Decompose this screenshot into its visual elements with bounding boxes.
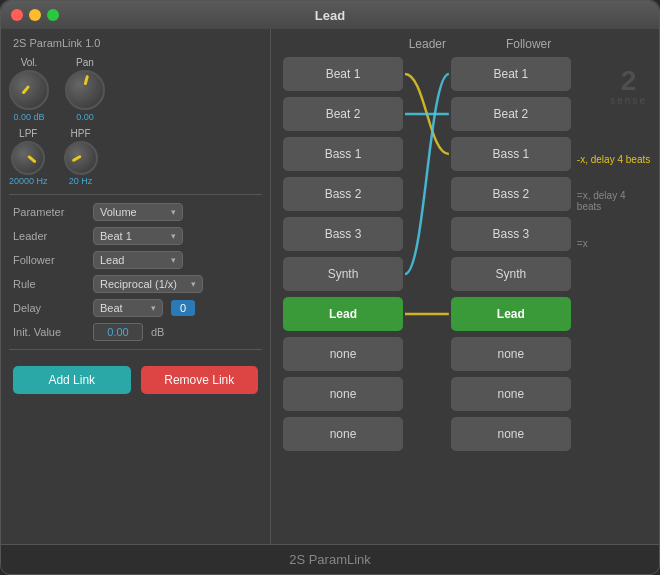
follower-channel-4[interactable]: Bass 3 [451,217,571,251]
parameter-dropdown[interactable]: Volume ▾ [93,203,183,221]
follower-column: Beat 1Beat 2Bass 1Bass 2Bass 3SynthLeadn… [451,57,571,536]
vol-knob[interactable] [9,70,49,110]
pan-knob-group: Pan 0.00 [65,57,105,122]
leader-column: Beat 1Beat 2Bass 1Bass 2Bass 3SynthLeadn… [283,57,403,536]
delay-type-arrow: ▾ [151,303,156,313]
columns-header: Leader Follower [279,37,651,51]
leader-label: Leader [13,230,85,242]
rule-text-1 [577,99,651,135]
param-parameter-row: Parameter Volume ▾ [13,203,258,221]
close-button[interactable] [11,9,23,21]
vol-label: Vol. [21,57,38,68]
hpf-knob-group: HPF 20 Hz [64,128,98,186]
hpf-value: 20 Hz [69,176,93,186]
leader-channel-0[interactable]: Beat 1 [283,57,403,91]
minimize-button[interactable] [29,9,41,21]
delay-label: Delay [13,302,85,314]
lpf-hpf-section: LPF 20000 Hz HPF 20 Hz [9,128,262,186]
lpf-knob[interactable] [11,141,45,175]
pan-value: 0.00 [76,112,94,122]
rule-text-3: =x, delay 4 beats [577,183,651,219]
plugin-header: 2S ParamLink 1.0 [9,37,262,49]
hpf-knob[interactable] [64,141,98,175]
leader-dropdown[interactable]: Beat 1 ▾ [93,227,183,245]
rule-text-6 [577,309,651,345]
leader-channel-5[interactable]: Synth [283,257,403,291]
leader-channel-6[interactable]: Lead [283,297,403,331]
follower-dropdown-arrow: ▾ [171,255,176,265]
leader-value: Beat 1 [100,230,132,242]
connection-area [403,57,451,536]
rule-dropdown[interactable]: Reciprocal (1/x) ▾ [93,275,203,293]
param-leader-row: Leader Beat 1 ▾ [13,227,258,245]
main-window: Lead 2S ParamLink 1.0 Vol. 0.00 dB Pan [0,0,660,575]
maximize-button[interactable] [47,9,59,21]
init-label: Init. Value [13,326,85,338]
parameter-value: Volume [100,206,137,218]
vol-value: 0.00 dB [13,112,44,122]
pan-knob[interactable] [65,70,105,110]
param-follower-row: Follower Lead ▾ [13,251,258,269]
rule-value: Reciprocal (1/x) [100,278,177,290]
follower-channel-5[interactable]: Synth [451,257,571,291]
remove-link-button[interactable]: Remove Link [141,366,259,394]
rule-text-2: -x, delay 4 beats [577,141,651,177]
leader-channel-8[interactable]: none [283,377,403,411]
leader-channel-3[interactable]: Bass 2 [283,177,403,211]
main-area: 2S ParamLink 1.0 Vol. 0.00 dB Pan 0.00 [1,29,659,544]
buttons-row: Add Link Remove Link [9,358,262,398]
hpf-label: HPF [71,128,91,139]
rule-text-5 [577,267,651,303]
rule-text-8 [577,393,651,429]
rule-label: Rule [13,278,85,290]
leader-channel-1[interactable]: Beat 2 [283,97,403,131]
delay-value[interactable]: 0 [171,300,195,316]
follower-channel-2[interactable]: Bass 1 [451,137,571,171]
delay-type-value: Beat [100,302,123,314]
window-title: Lead [315,8,345,23]
rule-text-0 [577,57,651,93]
leader-channel-9[interactable]: none [283,417,403,451]
leader-channel-4[interactable]: Bass 3 [283,217,403,251]
follower-dropdown[interactable]: Lead ▾ [93,251,183,269]
init-unit: dB [151,326,164,338]
follower-column-header: Follower [506,37,551,51]
parameter-label: Parameter [13,206,85,218]
rule-dropdown-arrow: ▾ [191,279,196,289]
follower-value: Lead [100,254,124,266]
pan-label: Pan [76,57,94,68]
rule-text-7 [577,351,651,387]
connection-svg [403,57,451,536]
follower-channel-7[interactable]: none [451,337,571,371]
routing-container: Beat 1Beat 2Bass 1Bass 2Bass 3SynthLeadn… [279,57,651,536]
footer: 2S ParamLink [1,544,659,574]
leader-channel-2[interactable]: Bass 1 [283,137,403,171]
param-rule-row: Rule Reciprocal (1/x) ▾ [13,275,258,293]
rule-text-9 [577,435,651,471]
follower-channel-9[interactable]: none [451,417,571,451]
spacer-mid [446,37,506,51]
leader-channel-7[interactable]: none [283,337,403,371]
footer-text: 2S ParamLink [289,552,371,567]
follower-channel-8[interactable]: none [451,377,571,411]
left-panel: 2S ParamLink 1.0 Vol. 0.00 dB Pan 0.00 [1,29,271,544]
vol-pan-section: Vol. 0.00 dB Pan 0.00 [9,57,262,122]
follower-channel-3[interactable]: Bass 2 [451,177,571,211]
divider-1 [9,194,262,195]
leader-dropdown-arrow: ▾ [171,231,176,241]
lpf-value: 20000 Hz [9,176,48,186]
lpf-knob-group: LPF 20000 Hz [9,128,48,186]
right-panel: 2 sense Leader Follower Beat 1Beat 2Bass… [271,29,659,544]
init-value[interactable]: 0.00 [93,323,143,341]
follower-channel-6[interactable]: Lead [451,297,571,331]
add-link-button[interactable]: Add Link [13,366,131,394]
rule-text-4: =x [577,225,651,261]
param-delay-row: Delay Beat ▾ 0 [13,299,258,317]
delay-type-dropdown[interactable]: Beat ▾ [93,299,163,317]
title-bar: Lead [1,1,659,29]
follower-label: Follower [13,254,85,266]
follower-channel-0[interactable]: Beat 1 [451,57,571,91]
param-init-row: Init. Value 0.00 dB [13,323,258,341]
follower-channel-1[interactable]: Beat 2 [451,97,571,131]
params-table: Parameter Volume ▾ Leader Beat 1 ▾ Follo… [9,203,262,341]
